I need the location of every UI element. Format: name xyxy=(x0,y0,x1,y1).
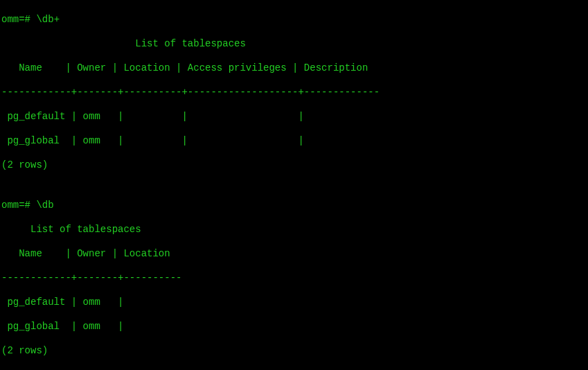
tablespaces-header: Name | Owner | Location xyxy=(1,248,587,261)
tablespaces-plus-sep: ------------+-------+----------+--------… xyxy=(1,87,587,99)
blank-line xyxy=(1,184,587,188)
tablespaces-plus-title: List of tablespaces xyxy=(1,38,587,51)
prompt-line-dbplus: omm=# \db+ xyxy=(1,14,587,26)
table-row: pg_default | omm | xyxy=(1,297,587,309)
tablespaces-plus-header: Name | Owner | Location | Access privile… xyxy=(1,62,587,75)
prompt-line-db: omm=# \db xyxy=(1,200,587,212)
terminal[interactable]: omm=# \db+ List of tablespaces Name | Ow… xyxy=(0,0,588,370)
table-row: pg_default | omm | | | xyxy=(1,111,587,123)
tablespaces-count: (2 rows) xyxy=(1,345,587,358)
table-row: pg_global | omm | xyxy=(1,321,587,333)
table-row: pg_global | omm | | | xyxy=(1,135,587,148)
tablespaces-plus-count: (2 rows) xyxy=(1,159,587,172)
tablespaces-sep: ------------+-------+---------- xyxy=(1,272,587,285)
tablespaces-title: List of tablespaces xyxy=(1,224,587,236)
command-db: \db xyxy=(36,200,53,211)
prompt-text: omm=# xyxy=(1,14,36,25)
prompt-text: omm=# xyxy=(1,200,36,211)
command-dbplus: \db+ xyxy=(36,14,60,25)
